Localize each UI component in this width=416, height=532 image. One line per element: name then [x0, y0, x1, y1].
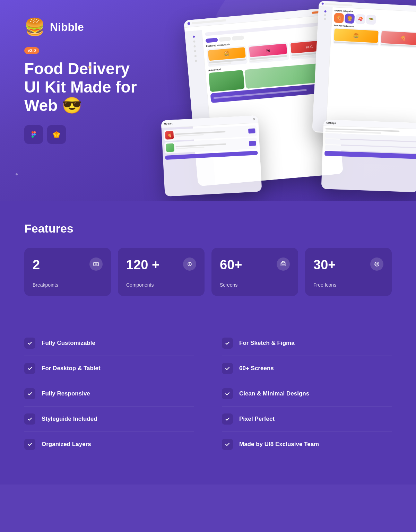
feature-card-top-icons: 30+: [313, 258, 383, 272]
checklist-section: Fully Customizable For Desktop & Tablet …: [0, 324, 416, 485]
logo-text: Nibble: [50, 21, 84, 34]
checkmark-icon-8: [225, 391, 230, 396]
checklist-label-responsive: Fully Responsive: [42, 390, 90, 397]
feature-card-icons: 30+ Free Icons: [305, 248, 392, 296]
feature-label-screens: Screens: [220, 282, 290, 288]
checklist-label-pixel: Pixel Perfect: [239, 416, 275, 422]
checkmark-icon-10: [225, 442, 230, 447]
checkmark-icon-7: [225, 366, 230, 371]
feature-label-components: Components: [126, 282, 196, 288]
dot-decoration-1: [88, 66, 91, 69]
cart-mock-screen: My cart ✕ 🍕: [161, 115, 262, 197]
checkmark-icon-5: [27, 442, 32, 447]
checklist-item-layers: Organized Layers: [24, 432, 194, 457]
figma-icon: [29, 130, 38, 139]
sketch-icon: [52, 130, 61, 139]
features-section: Features 2 Breakpoints 120 +: [0, 201, 416, 324]
components-icon: [187, 261, 193, 267]
svg-rect-0: [32, 131, 34, 133]
feature-card-top-breakpoints: 2: [33, 258, 103, 272]
secondary-mock-screen: Explore categories 🍕 🍔 🍣 🥗 Featured rest…: [312, 1, 416, 138]
checkmark-icon-2: [27, 366, 32, 371]
check-icon-ui8team: [222, 439, 233, 450]
feature-icon-components: [183, 258, 196, 271]
svg-rect-3: [32, 136, 34, 138]
hero-title: Food Delivery UI Kit Made for Web 😎: [24, 60, 142, 115]
checklist-grid: Fully Customizable For Desktop & Tablet …: [24, 331, 392, 457]
checkmark-icon-6: [225, 341, 230, 346]
checkmark-icon: [27, 341, 32, 346]
feature-number-screens: 60+: [220, 258, 242, 272]
check-icon-minimal: [222, 388, 233, 399]
svg-point-19: [376, 264, 377, 264]
checklist-label-sketch-figma: For Sketch & Figma: [239, 340, 295, 347]
feature-number-breakpoints: 2: [33, 258, 40, 272]
hero-screenshots: Featured restaurants 🍔 M: [163, 0, 416, 201]
checklist-item-sketch-figma: For Sketch & Figma: [222, 331, 392, 356]
feature-card-breakpoints: 2 Breakpoints: [24, 248, 111, 296]
feature-icon-freeicons: [370, 258, 383, 271]
checklist-item-60screens: 60+ Screens: [222, 356, 392, 381]
checklist-label-60screens: 60+ Screens: [239, 365, 274, 372]
sketch-icon-box: [47, 125, 66, 144]
check-icon-sketch-figma: [222, 338, 233, 349]
check-icon-desktop: [24, 363, 35, 374]
features-title: Features: [24, 222, 392, 235]
check-icon-responsive: [24, 388, 35, 399]
feature-label-icons: Free Icons: [313, 282, 383, 288]
check-icon-styleguide: [24, 413, 35, 425]
logo-emoji: 🍔: [24, 17, 45, 37]
checkmark-icon-9: [225, 417, 230, 421]
svg-point-4: [34, 133, 36, 136]
checklist-label-ui8team: Made by UI8 Exclusive Team: [239, 441, 319, 448]
check-icon-layers: [24, 439, 35, 450]
features-grid: 2 Breakpoints 120 +: [24, 248, 392, 296]
feature-number-components: 120 +: [126, 258, 159, 272]
check-icon-customizable: [24, 338, 35, 349]
feature-label-breakpoints: Breakpoints: [33, 282, 103, 288]
feature-card-components: 120 + Components: [118, 248, 205, 296]
svg-rect-2: [32, 133, 34, 136]
checklist-item-desktop: For Desktop & Tablet: [24, 356, 194, 381]
checklist-label-layers: Organized Layers: [42, 441, 91, 448]
checklist-label-styleguide: Styleguide Included: [42, 416, 97, 422]
checklist-label-customizable: Fully Customizable: [42, 340, 95, 347]
check-icon-60screens: [222, 363, 233, 374]
checklist-label-desktop: For Desktop & Tablet: [42, 365, 101, 372]
freeicons-icon: [374, 261, 380, 267]
version-badge: v2.0: [24, 47, 39, 54]
checklist-item-ui8team: Made by UI8 Exclusive Team: [222, 432, 392, 457]
checklist-right-column: For Sketch & Figma 60+ Screens Clean & M…: [222, 331, 392, 457]
checklist-item-pixel: Pixel Perfect: [222, 407, 392, 432]
hero-section: 🍔 Nibble v2.0 Food Delivery UI Kit Made …: [0, 0, 416, 201]
svg-point-13: [189, 263, 190, 265]
checklist-left-column: Fully Customizable For Desktop & Tablet …: [24, 331, 194, 457]
feature-card-screens: 60+ Screens: [211, 248, 298, 296]
checklist-item-responsive: Fully Responsive: [24, 381, 194, 407]
check-icon-pixel: [222, 413, 233, 425]
checklist-item-customizable: Fully Customizable: [24, 331, 194, 356]
feature-number-icons: 30+: [313, 258, 336, 272]
checkmark-icon-4: [27, 417, 32, 421]
checkmark-icon-3: [27, 391, 32, 396]
breakpoints-icon: [93, 261, 99, 267]
checklist-item-minimal: Clean & Minimal Designs: [222, 381, 392, 407]
feature-icon-breakpoints: [89, 258, 103, 271]
feature-icon-screens: [277, 258, 290, 271]
feature-card-top-components: 120 +: [126, 258, 196, 272]
feature-card-top-screens: 60+: [220, 258, 290, 272]
svg-rect-11: [95, 263, 97, 265]
figma-icon-box: [24, 125, 43, 144]
settings-mock-screen: Settings: [321, 120, 416, 192]
screens-icon: [280, 261, 286, 267]
checklist-item-styleguide: Styleguide Included: [24, 407, 194, 432]
svg-rect-1: [34, 131, 36, 133]
checklist-label-minimal: Clean & Minimal Designs: [239, 390, 309, 397]
dot-decoration-2: [16, 173, 18, 175]
